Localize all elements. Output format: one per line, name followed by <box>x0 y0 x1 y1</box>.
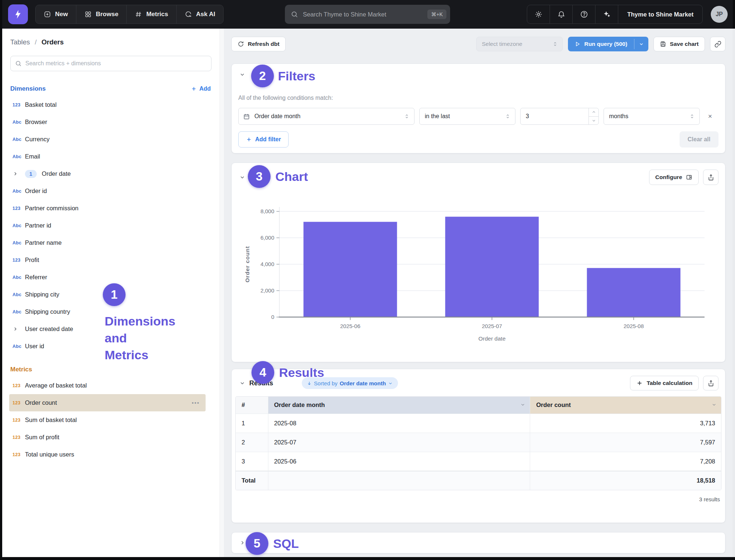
timezone-select[interactable]: Select timezone <box>476 37 563 51</box>
global-search-input[interactable]: Search Thyme to Shine Market ⌘+K <box>285 5 450 24</box>
lightning-bolt-icon <box>13 9 23 19</box>
filter-unit-select[interactable]: months <box>604 108 700 125</box>
sidebar-item[interactable]: 123Profit <box>2 251 220 269</box>
sort-badge[interactable]: Sorted by Order date month <box>302 377 398 389</box>
sidebar-item[interactable]: AbcBrowser <box>2 113 220 131</box>
dimension-cell[interactable]: 2025-08 <box>268 414 530 433</box>
column-header-metric[interactable]: Order count <box>530 397 721 414</box>
bar-chart[interactable]: 02,0004,0006,0008,0002025-062025-072025-… <box>232 190 725 363</box>
string-type-icon: Abc <box>12 223 25 228</box>
sidebar-item[interactable]: 1Order date <box>2 165 220 182</box>
ai-assistant-button[interactable] <box>595 5 618 23</box>
filters-collapse-toggle[interactable] <box>238 70 246 79</box>
metric-cell[interactable]: 7,208 <box>530 452 721 471</box>
run-query-button[interactable]: Run query (500) <box>568 37 634 51</box>
sidebar-item[interactable]: 123Total unique users <box>2 446 220 463</box>
sidebar-item[interactable]: AbcOrder id <box>2 182 220 200</box>
nav-browse-button[interactable]: Browse <box>76 5 127 23</box>
chevron-right-icon[interactable] <box>12 326 25 332</box>
sidebar-item[interactable]: User created date <box>2 320 220 338</box>
sidebar-item[interactable]: AbcShipping city <box>2 286 220 303</box>
org-switcher[interactable]: Thyme to Shine Market <box>618 5 702 23</box>
search-icon <box>291 11 298 18</box>
clear-all-filters-button[interactable]: Clear all <box>680 131 718 148</box>
column-header-dimension[interactable]: Order date month <box>268 397 530 414</box>
filter-operator-select[interactable]: in the last <box>419 108 515 125</box>
number-type-icon: 123 <box>12 206 25 211</box>
sidebar-item[interactable]: AbcPartner id <box>2 217 220 234</box>
dimension-cell[interactable]: 2025-07 <box>268 433 530 452</box>
string-type-icon: Abc <box>12 240 25 246</box>
table-row[interactable]: 3 2025-06 7,208 <box>236 452 721 471</box>
table-row[interactable]: 2 2025-07 7,597 <box>236 433 721 452</box>
stepper-down-button[interactable] <box>589 117 598 125</box>
metric-cell[interactable]: 7,597 <box>530 433 721 452</box>
sidebar-item[interactable]: 123Partner commission <box>2 200 220 217</box>
nav-ask-ai-button[interactable]: Ask AI <box>177 5 223 23</box>
sidebar-item[interactable]: AbcCurrency <box>2 131 220 148</box>
column-menu-icon[interactable] <box>712 401 717 408</box>
sidebar-item[interactable]: 123Sum of profit <box>2 429 220 446</box>
main-scrollbar[interactable] <box>732 29 735 557</box>
string-type-icon: Abc <box>12 275 25 280</box>
total-label-cell: Total <box>236 471 268 490</box>
sidebar-item[interactable]: AbcPartner name <box>2 234 220 251</box>
sidebar-item[interactable]: 123Average of basket total <box>2 377 220 394</box>
nav-metrics-button[interactable]: Metrics <box>127 5 177 23</box>
sidebar-item[interactable]: 123Sum of basket total <box>2 411 220 429</box>
stepper-up-button[interactable] <box>589 108 598 117</box>
metric-cell[interactable]: 3,713 <box>530 414 721 433</box>
fields-search-input[interactable]: Search metrics + dimensions <box>10 56 211 71</box>
sidebar-scrollbar[interactable] <box>220 29 224 557</box>
table-row[interactable]: 1 2025-08 3,713 <box>236 414 721 433</box>
results-section: Results Sorted by Order date month Table… <box>231 369 725 523</box>
search-icon <box>15 60 22 67</box>
help-button[interactable] <box>573 5 595 23</box>
sql-collapse-toggle[interactable] <box>238 539 246 547</box>
settings-button[interactable] <box>527 5 550 23</box>
configure-chart-button[interactable]: Configure <box>649 170 699 185</box>
chevron-down-icon <box>239 380 245 386</box>
avatar-initials: JP <box>716 11 723 18</box>
sidebar-item[interactable]: 123Basket total <box>2 96 220 113</box>
sidebar-item[interactable]: AbcEmail <box>2 148 220 165</box>
share-link-button[interactable] <box>710 37 725 51</box>
table-calculation-button[interactable]: Table calculation <box>630 376 699 390</box>
export-results-button[interactable] <box>703 376 718 390</box>
global-search-placeholder: Search Thyme to Shine Market <box>303 11 427 18</box>
explore-sidebar: Tables / Orders Search metrics + dimensi… <box>2 29 220 557</box>
run-query-dropdown-button[interactable] <box>634 37 648 51</box>
remove-filter-button[interactable]: × <box>705 111 716 122</box>
filter-value-input[interactable]: 3 <box>520 108 599 125</box>
app-logo[interactable] <box>8 4 28 24</box>
sidebar-item[interactable]: AbcShipping country <box>2 303 220 320</box>
notifications-button[interactable] <box>550 5 573 23</box>
more-options-icon[interactable]: ••• <box>192 400 200 406</box>
string-type-icon: Abc <box>12 137 25 142</box>
add-dimension-button[interactable]: Add <box>191 86 211 92</box>
chat-sparkle-icon <box>185 11 192 18</box>
chevron-down-icon <box>239 174 245 180</box>
save-chart-button[interactable]: Save chart <box>653 37 705 51</box>
breadcrumb-current-table: Orders <box>41 38 64 46</box>
chevron-right-icon[interactable] <box>12 171 25 177</box>
sidebar-item[interactable]: AbcReferrer <box>2 269 220 286</box>
total-dimension-cell <box>268 471 530 490</box>
dimension-cell[interactable]: 2025-06 <box>268 452 530 471</box>
plus-icon <box>191 86 197 92</box>
breadcrumb-tables-link[interactable]: Tables <box>10 38 30 46</box>
sidebar-item[interactable]: AbcUser id <box>2 338 220 355</box>
explore-main-panel: Refresh dbt Select timezone Run query (5… <box>224 29 733 557</box>
nav-new-button[interactable]: New <box>36 5 76 23</box>
results-collapse-toggle[interactable] <box>238 379 246 387</box>
user-avatar[interactable]: JP <box>711 6 728 23</box>
filter-field-select[interactable]: Order date month <box>238 108 414 125</box>
column-menu-icon[interactable] <box>520 401 525 408</box>
export-chart-button[interactable] <box>703 170 718 185</box>
total-metric-cell: 18,518 <box>530 471 721 490</box>
filters-section: All of the following conditions match: O… <box>231 63 725 153</box>
refresh-dbt-button[interactable]: Refresh dbt <box>231 37 286 51</box>
add-filter-button[interactable]: Add filter <box>238 131 289 148</box>
chart-collapse-toggle[interactable] <box>238 173 246 181</box>
sidebar-item[interactable]: 123Order count••• <box>9 394 206 411</box>
